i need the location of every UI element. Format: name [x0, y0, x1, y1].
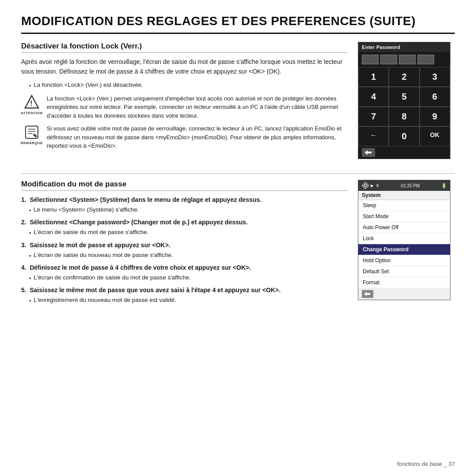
- header-icons: ▶ ⏸: [362, 182, 379, 189]
- remarque-note-icon: [24, 124, 40, 140]
- key-8[interactable]: 8: [389, 107, 419, 126]
- menu-item-sleep[interactable]: Sleep: [358, 200, 450, 211]
- digit-box-3: [399, 55, 416, 64]
- digit-box-4: [417, 55, 434, 64]
- attention-label: ATTENTION: [21, 111, 43, 115]
- step-4-header: 4. Définissez le mot de passe à 4 chiffr…: [21, 263, 347, 272]
- remarque-icon-group: REMARQUE: [21, 124, 42, 145]
- header-pause-icon: ⏸: [376, 183, 379, 188]
- remarque-block: REMARQUE Si vous avez oublié votre mot d…: [21, 124, 347, 150]
- svg-point-9: [363, 183, 368, 188]
- digit-box-2: [380, 55, 397, 64]
- attention-block: ! ATTENTION La fonction <Lock> (Verr.) p…: [21, 94, 347, 120]
- step-3-bullet: L'écran de saisie du nouveau mot de pass…: [29, 251, 347, 260]
- system-menu-widget: ▶ ⏸ 01:25 PM 🔋 System Sleep Start Mode A…: [358, 180, 455, 308]
- system-menu-back-row: [358, 288, 450, 300]
- header-play-icon: ▶: [371, 183, 374, 188]
- attention-icon-group: ! ATTENTION: [21, 94, 42, 115]
- key-5[interactable]: 5: [389, 87, 419, 107]
- svg-rect-15: [366, 293, 370, 295]
- menu-item-default-set[interactable]: Default Set: [358, 266, 450, 277]
- svg-point-8: [364, 184, 367, 187]
- system-menu-title: System: [358, 191, 450, 200]
- step-1: 1. Sélectionnez <System> (Système) dans …: [21, 195, 347, 214]
- password-back-button[interactable]: [362, 148, 375, 157]
- page-title: MODIFICATION DES REGLAGES ET DES PREFERE…: [21, 14, 455, 34]
- section2-left: Modification du mot de passe 1. Sélectio…: [21, 180, 358, 308]
- system-menu-header: ▶ ⏸ 01:25 PM 🔋: [358, 180, 450, 191]
- key-4[interactable]: 4: [358, 87, 389, 107]
- step-2-header: 2. Sélectionnez <Change password> (Chang…: [21, 218, 347, 227]
- step-5-num: 5.: [21, 286, 26, 294]
- system-menu-back-button[interactable]: [362, 290, 373, 298]
- step-3-header: 3. Saisissez le mot de passe et appuyez …: [21, 241, 347, 250]
- svg-text:!: !: [30, 100, 32, 107]
- remarque-text: Si vous avez oublié votre mot de passe d…: [47, 124, 347, 150]
- attention-text: La fonction <Lock> (Verr.) permet unique…: [47, 94, 347, 120]
- step-4-bullet: L'écran de confirmation de saisie du mot…: [29, 273, 347, 282]
- section1-heading: Désactiver la fonction Lock (Verr.): [21, 42, 347, 53]
- key-ok[interactable]: OK: [420, 126, 450, 146]
- menu-item-change-password[interactable]: Change Password: [358, 244, 450, 255]
- step-2-num: 2.: [21, 219, 26, 226]
- menu-item-auto-power-off[interactable]: Auto Power Off: [358, 222, 450, 233]
- svg-marker-6: [364, 150, 368, 155]
- step-4: 4. Définissez le mot de passe à 4 chiffr…: [21, 263, 347, 282]
- menu-item-format[interactable]: Format: [358, 277, 450, 288]
- section1-intro: Après avoir réglé la fonction de verroui…: [21, 57, 347, 76]
- key-9[interactable]: 9: [420, 107, 450, 126]
- menu-item-hold-option[interactable]: Hold Option: [358, 255, 450, 266]
- key-7[interactable]: 7: [358, 107, 389, 126]
- step-3-num: 3.: [21, 242, 26, 249]
- key-1[interactable]: 1: [358, 67, 389, 87]
- section-divider: [21, 173, 455, 174]
- password-screen-header: Enter Password: [358, 42, 450, 52]
- step-2-bullet: L'écran de saisie du mot de passe s'affi…: [29, 228, 347, 237]
- step-1-bullet: Le menu <System> (Système) s'affiche.: [29, 205, 347, 214]
- key-backspace[interactable]: ←: [358, 126, 389, 146]
- step-1-num: 1.: [21, 196, 26, 203]
- page: MODIFICATION DES REGLAGES ET DES PREFERE…: [0, 0, 476, 476]
- section1-bullet1: La fonction <Lock> (Verr.) est désactivé…: [29, 81, 347, 89]
- digit-box-1: [362, 55, 379, 64]
- back-arrow-icon: [364, 149, 372, 156]
- step-1-header: 1. Sélectionnez <System> (Système) dans …: [21, 195, 347, 205]
- section2-area: Modification du mot de passe 1. Sélectio…: [21, 180, 455, 308]
- menu-item-lock[interactable]: Lock: [358, 233, 450, 244]
- svg-rect-7: [367, 152, 372, 153]
- key-6[interactable]: 6: [420, 87, 450, 107]
- step-5-header: 5. Saisissez le même mot de passe que vo…: [21, 286, 347, 295]
- page-footer: fonctions de base _ 37: [397, 461, 455, 467]
- header-time: 01:25 PM: [401, 183, 420, 188]
- battery-icon: 🔋: [441, 183, 446, 188]
- password-screen: Enter Password 1 2 3 4 5 6 7 8 9: [358, 42, 450, 159]
- password-back-row: [358, 146, 450, 159]
- system-menu: ▶ ⏸ 01:25 PM 🔋 System Sleep Start Mode A…: [358, 180, 450, 300]
- key-2[interactable]: 2: [389, 67, 419, 87]
- password-widget: Enter Password 1 2 3 4 5 6 7 8 9: [358, 42, 455, 167]
- password-input-row: [358, 52, 450, 67]
- step-5-bullet: L'enregistrement du nouveau mot de passe…: [29, 296, 347, 305]
- step-2: 2. Sélectionnez <Change password> (Chang…: [21, 218, 347, 237]
- step-5: 5. Saisissez le même mot de passe que vo…: [21, 286, 347, 305]
- attention-triangle-icon: !: [24, 94, 40, 110]
- step-3: 3. Saisissez le mot de passe et appuyez …: [21, 241, 347, 260]
- remarque-label: REMARQUE: [21, 141, 43, 145]
- key-3[interactable]: 3: [420, 67, 450, 87]
- step-4-num: 4.: [21, 264, 26, 271]
- password-keypad: 1 2 3 4 5 6 7 8 9 ← 0 OK: [358, 67, 450, 146]
- section2-heading: Modification du mot de passe: [21, 180, 347, 191]
- menu-item-start-mode[interactable]: Start Mode: [358, 211, 450, 222]
- settings-icon: [362, 182, 369, 189]
- back-arrow-icon: [364, 291, 371, 297]
- steps-list: 1. Sélectionnez <System> (Système) dans …: [21, 195, 347, 305]
- key-0[interactable]: 0: [389, 126, 419, 146]
